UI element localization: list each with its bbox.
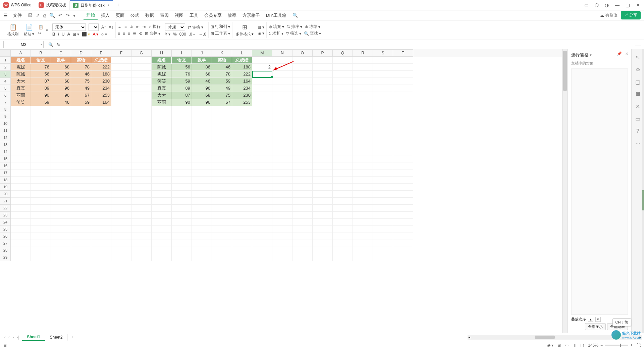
- cell-N15[interactable]: [272, 155, 292, 162]
- cell-H14[interactable]: [152, 148, 172, 155]
- cell-I23[interactable]: [172, 212, 192, 219]
- cell-T5[interactable]: [393, 85, 413, 92]
- cell-H29[interactable]: [152, 254, 172, 261]
- cell-N19[interactable]: [272, 184, 292, 191]
- cell-T1[interactable]: [393, 57, 413, 64]
- cell-P27[interactable]: [313, 240, 333, 247]
- cell-B7[interactable]: 59: [31, 99, 51, 106]
- cell-F13[interactable]: [111, 141, 131, 148]
- save-icon[interactable]: 🖫: [28, 13, 33, 18]
- cell-C4[interactable]: 68: [51, 78, 71, 85]
- cell-T24[interactable]: [393, 219, 413, 226]
- cell-M11[interactable]: [252, 127, 272, 134]
- cell-O6[interactable]: [292, 92, 313, 99]
- cell-M28[interactable]: [252, 247, 272, 254]
- menu-view[interactable]: 视图: [172, 11, 186, 20]
- row-header-22[interactable]: 22: [0, 205, 11, 212]
- row-header-26[interactable]: 26: [0, 233, 11, 240]
- cell-A27[interactable]: [11, 240, 31, 247]
- cell-G26[interactable]: [131, 233, 152, 240]
- cell-P25[interactable]: [313, 226, 333, 233]
- cell-J20[interactable]: [192, 191, 212, 198]
- cell-P16[interactable]: [313, 162, 333, 169]
- cell-B9[interactable]: [31, 113, 51, 120]
- cell-P19[interactable]: [313, 184, 333, 191]
- cell-T23[interactable]: [393, 212, 413, 219]
- cell-P11[interactable]: [313, 127, 333, 134]
- cell-B19[interactable]: [31, 184, 51, 191]
- cell-D14[interactable]: [71, 148, 91, 155]
- cell-C15[interactable]: [51, 155, 71, 162]
- cell-M26[interactable]: [252, 233, 272, 240]
- cell-P28[interactable]: [313, 247, 333, 254]
- cell-E26[interactable]: [91, 233, 111, 240]
- row-header-23[interactable]: 23: [0, 212, 11, 219]
- cell-N24[interactable]: [272, 219, 292, 226]
- cell-R28[interactable]: [353, 247, 373, 254]
- cell-O23[interactable]: [292, 212, 313, 219]
- cell-A16[interactable]: [11, 162, 31, 169]
- cell-M4[interactable]: [252, 78, 272, 85]
- cell-D25[interactable]: [71, 226, 91, 233]
- cell-O28[interactable]: [292, 247, 313, 254]
- cell-L9[interactable]: [232, 113, 252, 120]
- row-header-11[interactable]: 11: [0, 127, 11, 134]
- cell-D28[interactable]: [71, 247, 91, 254]
- orientation-icon[interactable]: ⟲: [139, 31, 142, 36]
- currency-icon[interactable]: ¥ ▾: [165, 32, 170, 37]
- row-header-14[interactable]: 14: [0, 148, 11, 155]
- freeze-button[interactable]: ❄ 冻结 ▾: [305, 24, 320, 30]
- cell-C27[interactable]: [51, 240, 71, 247]
- zoom-in-icon[interactable]: +: [630, 343, 633, 348]
- side-scroll-thumb[interactable]: [642, 190, 644, 210]
- filter-button[interactable]: ▽ 筛选 ▾: [286, 31, 301, 36]
- col-header-I[interactable]: I: [172, 49, 192, 57]
- settings-icon[interactable]: ⚙: [636, 66, 640, 73]
- cell-P26[interactable]: [313, 233, 333, 240]
- row-header-18[interactable]: 18: [0, 177, 11, 184]
- cell-P17[interactable]: [313, 169, 333, 177]
- cell-A22[interactable]: [11, 205, 31, 212]
- cell-J26[interactable]: [192, 233, 212, 240]
- vscroll-thumb[interactable]: [563, 51, 567, 91]
- cell-T29[interactable]: [393, 254, 413, 261]
- sheet-nav-first[interactable]: |‹: [3, 335, 6, 340]
- cell-F11[interactable]: [111, 127, 131, 134]
- cell-G7[interactable]: [131, 99, 152, 106]
- cell-L27[interactable]: [232, 240, 252, 247]
- col-header-P[interactable]: P: [313, 49, 333, 57]
- col-header-H[interactable]: H: [152, 49, 172, 57]
- cell-R13[interactable]: [353, 141, 373, 148]
- cell-D15[interactable]: [71, 155, 91, 162]
- col-header-C[interactable]: C: [51, 49, 71, 57]
- cell-L3[interactable]: 222: [232, 71, 252, 78]
- cell-S9[interactable]: [373, 113, 393, 120]
- cell-O14[interactable]: [292, 148, 313, 155]
- cell-D20[interactable]: [71, 191, 91, 198]
- cell-O7[interactable]: [292, 99, 313, 106]
- cell-L17[interactable]: [232, 169, 252, 177]
- cell-L23[interactable]: [232, 212, 252, 219]
- cell-E7[interactable]: 164: [91, 99, 111, 106]
- cell-I18[interactable]: [172, 177, 192, 184]
- cell-E11[interactable]: [91, 127, 111, 134]
- cell-F12[interactable]: [111, 134, 131, 141]
- search-icon[interactable]: 🔍: [290, 11, 301, 19]
- cell-J24[interactable]: [192, 219, 212, 226]
- cell-E5[interactable]: 234: [91, 85, 111, 92]
- cell-L16[interactable]: [232, 162, 252, 169]
- col-header-S[interactable]: S: [373, 49, 393, 57]
- row-header-21[interactable]: 21: [0, 198, 11, 205]
- spreadsheet-grid[interactable]: ABCDEFGHIJKLMNOPQRST 1姓名语文数学英语总成绩姓名语文数学英…: [0, 49, 562, 333]
- cell-P10[interactable]: [313, 120, 333, 127]
- cell-Q9[interactable]: [333, 113, 353, 120]
- cell-D18[interactable]: [71, 177, 91, 184]
- cell-C13[interactable]: [51, 141, 71, 148]
- cell-T6[interactable]: [393, 92, 413, 99]
- cell-C12[interactable]: [51, 134, 71, 141]
- cell-H5[interactable]: 真真: [152, 85, 172, 92]
- cell-I2[interactable]: 56: [172, 64, 192, 71]
- row-col-button[interactable]: ⊞ 行和列 ▾: [211, 24, 230, 30]
- cell-T26[interactable]: [393, 233, 413, 240]
- cell-M29[interactable]: [252, 254, 272, 261]
